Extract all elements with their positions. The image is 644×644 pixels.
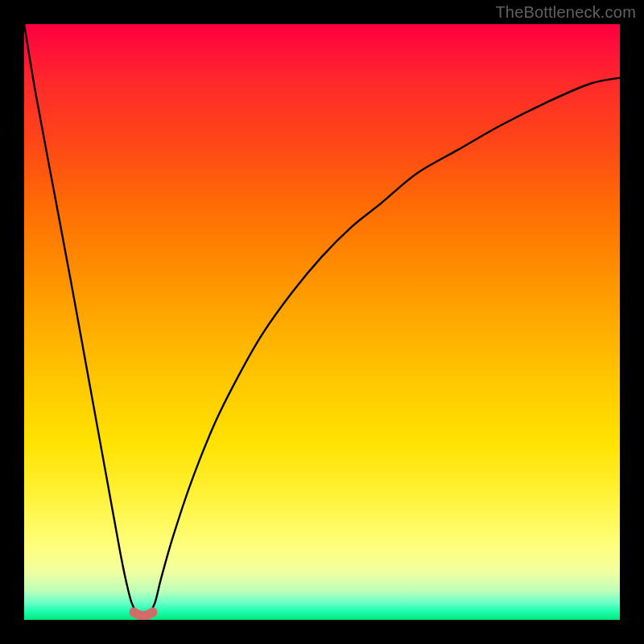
plot-area [24,24,620,620]
bottleneck-curve-path [24,24,620,620]
watermark-text: TheBottleneck.com [495,3,636,22]
min-marker [134,612,153,616]
chart-svg [24,24,620,620]
